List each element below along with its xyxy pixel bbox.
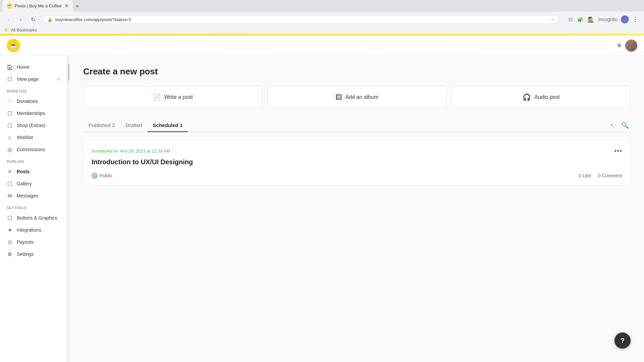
sidebar-item-memberships-label: Memberships [17, 111, 45, 116]
settings-icon: ⚙ [7, 251, 13, 257]
comments-count: 0 Comment [598, 173, 622, 178]
sidebar-item-buttons-graphics-label: Buttons & Graphics [17, 215, 57, 221]
post-scheduled-row: Scheduled for Nov 28, 2023 at 12:30 AM •… [92, 147, 622, 155]
address-bar[interactable]: 🔒 buymeacoffee.com/app/posts?status=2 ☆ [43, 15, 559, 24]
monetize-section-label: MONETIZE [0, 85, 67, 95]
forward-btn[interactable]: › [16, 15, 25, 24]
sidebar-item-gallery[interactable]: ☐ Gallery [0, 178, 67, 190]
home-icon: 🏠 [7, 64, 13, 70]
wishlist-icon: ☆ [7, 134, 13, 140]
publish-section-label: PUBLISH [0, 156, 67, 166]
sidebar-item-settings[interactable]: ⚙ Settings [0, 248, 67, 260]
tab-title: Posts | Buy Me a Coffee [15, 3, 62, 8]
cast-icon[interactable]: ⊡ [567, 15, 574, 23]
post-visibility: 🌐 Public [92, 173, 112, 179]
main-content: Create a new post 📄 Write a post 🖼 Add a… [70, 56, 644, 362]
sidebar-item-view-page[interactable]: ☐ View page ⧉ [0, 73, 67, 85]
sidebar-wrapper: 🏠 Home ☐ View page ⧉ MONETIZE ♡ Donation… [0, 56, 70, 362]
user-avatar[interactable] [625, 40, 637, 52]
sidebar-item-integrations[interactable]: ✦ Integrations [0, 224, 67, 236]
hamburger-btn[interactable]: ≡ [617, 42, 621, 49]
sidebar-item-buttons-graphics[interactable]: ☐ Buttons & Graphics [0, 212, 67, 224]
tabs-row: Published 2 Drafted Scheduled 1 ↖ 🔍 [83, 119, 631, 132]
sidebar-item-payouts[interactable]: ⊙ Payouts [0, 236, 67, 248]
add-album-icon: 🖼 [335, 94, 342, 101]
lock-icon: 🔒 [47, 17, 53, 22]
likes-count: 0 Like [579, 173, 591, 178]
tab-bar: ☕ Posts | Buy Me a Coffee ✕ + [0, 0, 644, 12]
settings-section-label: SETTINGS [0, 202, 67, 212]
audio-post-btn[interactable]: 🎧 Audio post [452, 86, 631, 108]
messages-icon: ✉ [7, 193, 13, 199]
add-album-btn[interactable]: 🖼 Add an album [267, 86, 446, 108]
post-stats: 0 Like 0 Comment [579, 173, 622, 178]
bookmarks-bar: 📁 All Bookmarks [0, 27, 644, 34]
tab-scheduled-label: Scheduled 1 [153, 122, 182, 128]
sidebar-item-payouts-label: Payouts [17, 239, 34, 245]
sidebar-item-donations[interactable]: ♡ Donations [0, 95, 67, 107]
help-btn[interactable]: ? [614, 333, 631, 349]
incognito-label: Incognito [597, 15, 619, 23]
incognito-badge: 🕵 Incognito [586, 15, 619, 24]
donations-icon: ♡ [7, 98, 13, 104]
bookmark-star-icon[interactable]: ☆ [551, 17, 555, 22]
scroll-thumb [68, 64, 69, 80]
header-right: ≡ [617, 40, 637, 52]
post-title: Introduction to UX/UI Designing [92, 158, 622, 166]
post-scheduled-text: Scheduled for Nov 28, 2023 at 12:30 AM [92, 148, 170, 154]
tabs-cursor-btn[interactable]: ↖ [608, 120, 616, 131]
tab-published[interactable]: Published 2 [83, 119, 120, 132]
tab-drafted-label: Drafted [125, 122, 142, 128]
post-more-btn[interactable]: ••• [614, 147, 622, 155]
tab-close-btn[interactable]: ✕ [64, 3, 69, 9]
extensions-icon[interactable]: 🧩 [576, 15, 584, 23]
active-tab[interactable]: ☕ Posts | Buy Me a Coffee ✕ [3, 0, 73, 12]
integrations-icon: ✦ [7, 227, 13, 233]
profile-icon[interactable] [621, 15, 629, 23]
bookmarks-folder-icon: 📁 [4, 28, 9, 33]
write-post-btn[interactable]: 📄 Write a post [83, 86, 262, 108]
sidebar: 🏠 Home ☐ View page ⧉ MONETIZE ♡ Donation… [0, 56, 67, 362]
sidebar-item-shop-label: Shop (Extras) [17, 123, 46, 128]
sidebar-item-messages-label: Messages [17, 193, 38, 198]
sidebar-item-messages[interactable]: ✉ Messages [0, 190, 67, 202]
sidebar-item-posts[interactable]: ≡ Posts [0, 166, 67, 178]
app-header: ☕ ≡ [0, 36, 644, 56]
menu-dots-icon[interactable]: ⋮ [631, 14, 640, 24]
new-tab-btn[interactable]: + [73, 1, 82, 12]
memberships-icon: ☐ [7, 110, 13, 116]
audio-post-label: Audio post [534, 94, 560, 100]
sidebar-item-wishlist[interactable]: ☆ Wishlist [0, 131, 67, 143]
browser-extras: ⊡ 🧩 🕵 Incognito ⋮ [567, 14, 640, 24]
buttons-graphics-icon: ☐ [7, 215, 13, 221]
commissions-icon: ◎ [7, 146, 13, 153]
sidebar-scroll[interactable] [67, 56, 70, 362]
incognito-icon: 🕵 [586, 15, 596, 24]
reload-btn[interactable]: ↻ [28, 15, 38, 24]
tab-drafted[interactable]: Drafted [120, 119, 147, 132]
sidebar-item-posts-label: Posts [17, 169, 30, 174]
post-meta: 🌐 Public 0 Like 0 Comment [92, 173, 622, 179]
url-text: buymeacoffee.com/app/posts?status=2 [55, 17, 548, 22]
gallery-icon: ☐ [7, 181, 13, 187]
tab-scheduled[interactable]: Scheduled 1 [148, 119, 188, 132]
loading-bar [0, 34, 644, 35]
write-post-icon: 📄 [153, 93, 161, 101]
sidebar-item-shop[interactable]: ☐ Shop (Extras) [0, 119, 67, 131]
tab-published-label: Published 2 [89, 122, 115, 128]
payouts-icon: ⊙ [7, 239, 13, 245]
sidebar-item-integrations-label: Integrations [17, 227, 41, 233]
sidebar-item-home[interactable]: 🏠 Home [0, 61, 67, 73]
back-btn[interactable]: ‹ [4, 15, 13, 24]
sidebar-item-memberships[interactable]: ☐ Memberships [0, 107, 67, 119]
tabs-actions: ↖ 🔍 [608, 120, 631, 131]
post-types-grid: 📄 Write a post 🖼 Add an album 🎧 Audio po… [83, 86, 631, 108]
sidebar-item-donations-label: Donations [17, 99, 38, 104]
tab-favicon: ☕ [7, 3, 12, 9]
add-album-label: Add an album [345, 94, 379, 100]
app-container: 🏠 Home ☐ View page ⧉ MONETIZE ♡ Donation… [0, 56, 644, 362]
sidebar-item-commissions[interactable]: ◎ Commissions [0, 143, 67, 156]
browser-chrome: ☕ Posts | Buy Me a Coffee ✕ + ‹ › ↻ 🔒 bu… [0, 0, 644, 36]
sidebar-item-home-label: Home [17, 64, 29, 70]
search-btn[interactable]: 🔍 [619, 120, 631, 131]
